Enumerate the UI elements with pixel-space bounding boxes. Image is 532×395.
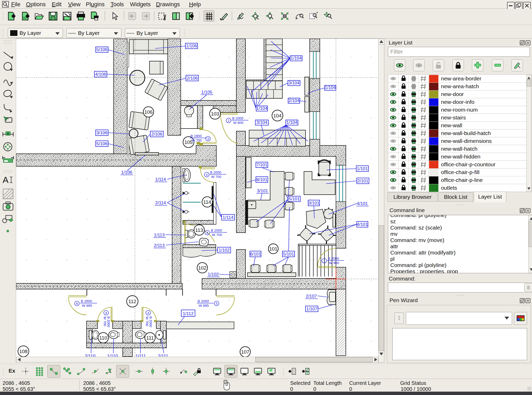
svg-text:2/113: 2/113	[154, 243, 165, 248]
svg-text:1/104: 1/104	[256, 106, 268, 111]
svg-text:1/105: 1/105	[201, 90, 212, 95]
svg-text:7/101: 7/101	[256, 162, 268, 167]
svg-text:1/113: 1/113	[154, 233, 165, 238]
svg-text:1: 1	[323, 259, 325, 263]
svg-text:new-wall-dimensions: new-wall-dimensions	[441, 138, 492, 144]
svg-text:111: 111	[146, 335, 154, 341]
svg-text:4/101: 4/101	[357, 201, 368, 206]
svg-text:3/104: 3/104	[288, 80, 300, 85]
svg-text:B 2000: B 2000	[210, 170, 221, 174]
svg-text:new-wall-build-hatch: new-wall-build-hatch	[441, 130, 491, 136]
svg-text:new-wall-hidden: new-wall-hidden	[441, 154, 481, 160]
svg-text:1/112: 1/112	[183, 311, 193, 316]
svg-text:new-wall-hatch: new-wall-hatch	[441, 146, 477, 152]
svg-text:4: 4	[206, 173, 208, 177]
svg-text:B 2000: B 2000	[81, 299, 92, 303]
svg-text:113: 113	[195, 227, 203, 233]
svg-text:new-wall: new-wall	[441, 122, 462, 128]
svg-text:new-door: new-door	[441, 91, 464, 97]
svg-text:B 2000: B 2000	[198, 299, 209, 303]
svg-text:4: 4	[147, 311, 149, 315]
svg-text:1/104: 1/104	[286, 120, 297, 125]
svg-text:102: 102	[198, 265, 206, 271]
svg-text:8/101: 8/101	[256, 177, 268, 182]
svg-text:5/106: 5/106	[96, 47, 108, 52]
svg-text:6/101: 6/101	[250, 252, 261, 257]
svg-text:3/101: 3/101	[257, 188, 268, 193]
svg-text:3/106: 3/106	[96, 130, 108, 135]
svg-text:W 700: W 700	[192, 138, 202, 142]
svg-text:outlets: outlets	[441, 185, 457, 191]
svg-text:1/102: 1/102	[208, 272, 219, 277]
svg-text:2/106: 2/106	[151, 132, 163, 137]
svg-text:A: A	[3, 175, 9, 185]
svg-text:5/106: 5/106	[96, 141, 108, 146]
svg-text:new-area-hatch: new-area-hatch	[441, 83, 479, 89]
svg-text:W 895: W 895	[82, 304, 92, 308]
svg-text:106: 106	[144, 109, 153, 115]
svg-text:W 800: W 800	[233, 121, 243, 125]
svg-text:2/101: 2/101	[357, 179, 368, 183]
svg-text:new-stairs: new-stairs	[441, 114, 466, 120]
svg-text:B 2000: B 2000	[328, 257, 339, 260]
svg-text:5/101: 5/101	[283, 252, 294, 257]
svg-text:2: 2	[228, 119, 230, 123]
svg-text:W 700: W 700	[145, 316, 149, 326]
svg-text:3/101: 3/101	[308, 201, 320, 206]
svg-text:4: 4	[105, 311, 107, 315]
svg-text:3: 3	[207, 137, 209, 141]
svg-text:office-chair-p-countour: office-chair-p-countour	[441, 161, 496, 167]
svg-text:1/106: 1/106	[186, 43, 197, 48]
svg-text:W 700: W 700	[103, 316, 107, 326]
svg-text:1/104: 1/104	[291, 56, 302, 61]
svg-text:108: 108	[19, 349, 28, 354]
svg-text:5/101: 5/101	[289, 196, 300, 201]
svg-text:B 1900: B 1900	[191, 134, 202, 138]
svg-text:103: 103	[211, 111, 219, 117]
svg-text:2/107: 2/107	[306, 294, 317, 299]
svg-text:1/114: 1/114	[155, 177, 166, 182]
svg-text:new-area-border: new-area-border	[441, 75, 481, 81]
svg-text:1/104: 1/104	[325, 85, 336, 90]
svg-text:B 2000: B 2000	[232, 116, 243, 120]
svg-text:104: 104	[273, 113, 282, 118]
svg-text:4/101: 4/101	[357, 222, 368, 227]
svg-text:1/102: 1/102	[219, 248, 230, 253]
svg-text:W 900: W 900	[329, 261, 339, 265]
svg-text:W 700: W 700	[212, 233, 222, 237]
svg-text:1/107: 1/107	[306, 307, 317, 311]
svg-text:5: 5	[216, 302, 218, 305]
svg-text:101: 101	[269, 246, 277, 252]
svg-text:1/106: 1/106	[121, 170, 132, 175]
svg-text:office-chair-p-line: office-chair-p-line	[441, 177, 483, 183]
svg-text:1/114: 1/114	[223, 215, 233, 220]
svg-text:B 2000: B 2000	[211, 228, 222, 232]
svg-text:4/106: 4/106	[95, 72, 106, 77]
svg-text:114: 114	[203, 199, 211, 205]
svg-text:new-door-info: new-door-info	[441, 99, 474, 105]
svg-text:2/114: 2/114	[155, 200, 166, 205]
svg-text:A: A	[7, 132, 9, 136]
svg-text:office-chair-p-fill: office-chair-p-fill	[441, 169, 479, 175]
svg-text:new-room-num: new-room-num	[441, 107, 478, 113]
svg-text:3/104: 3/104	[256, 120, 268, 125]
svg-text:4: 4	[206, 231, 208, 235]
svg-text:110: 110	[99, 335, 107, 341]
svg-text:107: 107	[241, 349, 249, 355]
svg-text:B 2000: B 2000	[149, 316, 153, 327]
svg-text:W 700: W 700	[211, 175, 221, 179]
svg-text:1/101: 1/101	[357, 166, 368, 171]
svg-text:6: 6	[76, 302, 78, 305]
svg-text:W 895: W 895	[199, 304, 209, 308]
svg-text:2/106: 2/106	[187, 76, 198, 81]
svg-text:B 2000: B 2000	[107, 316, 111, 327]
svg-text:2/104: 2/104	[288, 98, 300, 103]
svg-text:112: 112	[128, 299, 136, 304]
